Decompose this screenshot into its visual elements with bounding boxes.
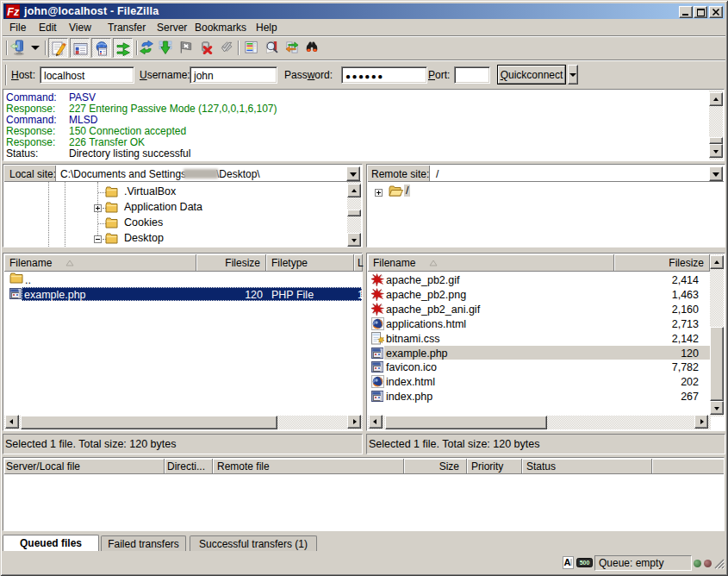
svg-text:A: A <box>564 557 571 567</box>
svg-text:500: 500 <box>580 560 590 566</box>
svg-text:Fz: Fz <box>7 6 20 18</box>
